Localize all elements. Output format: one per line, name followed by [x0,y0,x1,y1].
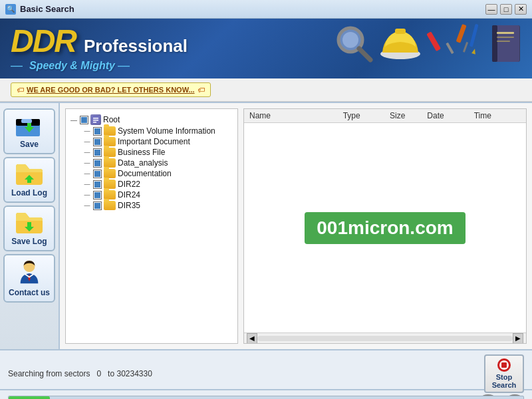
results-content: 001micron.com [244,123,526,332]
save-icon [15,114,44,138]
search-label: Searching from sectors 0 to 30234330 [8,369,152,378]
svg-rect-25 [27,222,31,227]
tree-label-7: DIR35 [118,201,140,210]
close-button[interactable]: ✕ [515,4,527,15]
svg-rect-31 [93,122,96,123]
tree-item[interactable]: — Business File [83,148,233,157]
tree-expand-7[interactable]: — [83,201,91,209]
file-tree: — Root — System Volume Informat [65,108,238,344]
tree-checkbox-1[interactable] [93,138,102,146]
svg-rect-4 [395,29,406,34]
search-bar: Searching from sectors 0 to 30234330 Sto… [0,349,532,389]
app-icon: 🔍 [5,4,16,15]
svg-rect-23 [27,179,31,183]
tree-item[interactable]: — DIR22 [83,180,233,189]
tools-icon [426,22,486,65]
col-type: Type [343,111,390,120]
tree-checkbox-5[interactable] [93,180,102,189]
tree-expand-6[interactable]: — [83,191,91,199]
banner-icons [334,22,525,65]
tree-expand-4[interactable]: — [83,170,91,178]
sidebar: Save Load Log [0,103,60,349]
tree-label-2: Business File [118,148,165,157]
folder-icon-3 [104,158,116,168]
scroll-left-button[interactable]: ◀ [247,333,257,344]
svg-rect-21 [27,123,31,128]
progress-fill [9,396,50,399]
tree-expand-3[interactable]: — [83,159,91,167]
load-log-button[interactable]: Load Log [3,157,55,203]
results-header: Name Type Size Date Time [244,109,526,123]
stop-search-button[interactable]: Stop Search [484,354,524,393]
tree-item[interactable]: — DIR35 [83,201,233,210]
tree-item[interactable]: — Documentation [83,169,233,178]
titlebar-left: 🔍 Basic Search [5,4,74,15]
tree-checkbox-4[interactable] [93,170,102,178]
folder-icon-0 [104,126,116,136]
folder-icon-7 [104,201,116,210]
tree-label-6: DIR24 [118,190,140,200]
tree-checkbox-7[interactable] [93,201,102,210]
svg-rect-7 [456,24,467,43]
tree-expand-0[interactable]: — [83,127,91,135]
col-size: Size [390,111,427,120]
contact-us-label: Contact us [9,288,50,297]
save-log-button[interactable]: Save Log [3,205,55,251]
toolbar-area: 🏷 WE ARE GOOD OR BAD? LET OTHERS KNOW...… [0,78,532,102]
folder-icon-2 [104,148,116,157]
tree-expand-2[interactable]: — [83,148,91,156]
contact-us-button[interactable]: Contact us [3,254,55,303]
banner-professional: Professional [84,36,188,57]
tree-item[interactable]: — System Volume Information [83,126,233,136]
svg-line-1 [359,49,370,60]
tree-root-node[interactable]: — Root [70,114,233,125]
results-panel: Name Type Size Date Time 001micron.com ◀… [243,108,527,344]
tree-expand-5[interactable]: — [83,180,91,188]
tree-expand-1[interactable]: — [83,138,91,146]
scroll-track[interactable] [257,336,513,341]
tree-checkbox-root[interactable] [80,116,88,124]
magnifier-icon [334,24,374,64]
svg-rect-8 [463,42,468,53]
tree-item[interactable]: — DIR24 [83,190,233,200]
hardhat-icon [377,22,424,65]
tree-label-4: Documentation [118,169,172,178]
tree-expand-root[interactable]: — [70,116,78,124]
tree-label-1: Important Document [118,137,190,146]
tree-checkbox-2[interactable] [93,148,102,157]
tree-item[interactable]: — Important Document [83,137,233,146]
tree-children: — System Volume Information — Important … [70,126,233,210]
banner-ddr: DDR [11,25,76,57]
tree-checkbox-0[interactable] [93,127,102,136]
watermark: 001micron.com [305,212,465,244]
folder-icon-4 [104,169,116,178]
search-progress-row [8,396,524,399]
tree-root-label: Root [103,115,120,124]
progress-bar [8,396,524,399]
banner: DDR Professional — Speedy & Mighty — [0,19,532,78]
svg-rect-13 [492,25,497,62]
minimize-button[interactable]: — [485,4,497,15]
save-button[interactable]: Save [3,108,55,154]
svg-rect-5 [426,31,441,51]
svg-rect-15 [497,37,514,38]
svg-rect-30 [93,120,98,121]
tree-item[interactable]: — Data_analysis [83,158,233,168]
tree-checkbox-6[interactable] [93,191,102,200]
savelog-icon [15,211,44,235]
book-icon [489,22,525,65]
tree-root-icon [90,114,101,125]
tree-checkbox-3[interactable] [93,159,102,168]
folder-icon-1 [104,137,116,146]
tree-label-0: System Volume Information [118,126,215,136]
col-time: Time [474,111,521,120]
svg-rect-9 [469,24,479,47]
save-label: Save [20,140,39,149]
tree-label-3: Data_analysis [118,158,168,168]
scroll-right-button[interactable]: ▶ [513,333,523,344]
rating-banner[interactable]: 🏷 WE ARE GOOD OR BAD? LET OTHERS KNOW...… [11,82,211,97]
maximize-button[interactable]: □ [500,4,512,15]
svg-rect-29 [93,118,98,119]
banner-tagline: Speedy & Mighty [29,60,115,72]
stop-label: Stop Search [492,373,517,389]
